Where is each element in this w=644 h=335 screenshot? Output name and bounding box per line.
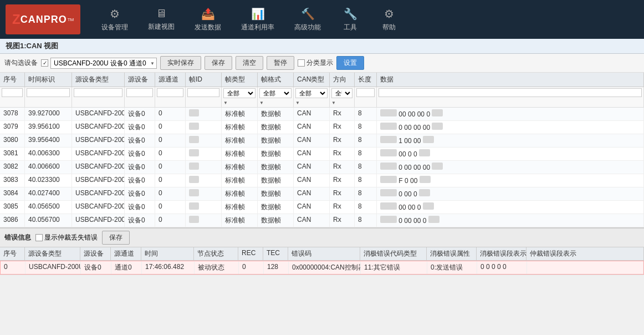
td-len: 8 [355, 148, 377, 160]
td-can-type: CAN [294, 214, 330, 227]
table-row[interactable]: 3082 40.006600 USBCANFD-200U 设备0 0 标准帧 数… [0, 161, 644, 174]
filter-frame-fmt-select[interactable]: 全部 [259, 88, 292, 98]
td-seq: 3083 [0, 174, 25, 187]
td-frame-fmt: 数据帧 [258, 201, 294, 214]
table-row[interactable]: 3081 40.006300 USBCANFD-200U 设备0 0 标准帧 数… [0, 148, 644, 161]
td-src-type: USBCANFD-200U [72, 161, 125, 174]
td-src-dev: 设备0 [125, 214, 155, 227]
td-frame-fmt: 数据帧 [258, 108, 294, 120]
td-time: 40.023300 [25, 174, 72, 187]
td-len: 8 [355, 214, 377, 227]
clear-button[interactable]: 清空 [236, 56, 263, 70]
table-row[interactable]: 3085 40.056500 USBCANFD-200U 设备0 0 标准帧 数… [0, 201, 644, 214]
eth-time: 时间 [141, 247, 194, 260]
filter-src-dev-input[interactable] [126, 88, 153, 97]
pause-button[interactable]: 暂停 [267, 56, 294, 70]
advanced-icon: 🔨 [301, 7, 315, 21]
td-src-ch: 0 [155, 161, 186, 174]
filter-time-input[interactable] [27, 88, 70, 97]
filter-src-ch-input[interactable] [157, 88, 183, 97]
device-select[interactable]: USBCANFD-200U 设备0 通道0 [50, 58, 157, 69]
th-time: 时间标识 [25, 73, 72, 87]
nav-tools[interactable]: 🔧 工具 [331, 4, 370, 35]
nav-device-mgmt[interactable]: ⚙ 设备管理 [91, 4, 138, 35]
error-save-button[interactable]: 保存 [102, 231, 130, 245]
td-src-type: USBCANFD-200U [72, 108, 125, 120]
etd-arbshow [527, 261, 643, 274]
filter-row: 全部 ▼ 全部 ▼ 全部 ▼ 全部 ▼ [0, 87, 644, 108]
nav-help[interactable]: ⚙ 帮助 [370, 4, 408, 35]
td-frame-fmt: 数据帧 [258, 187, 294, 200]
td-dir: Rx [330, 174, 355, 187]
help-icon: ⚙ [384, 7, 394, 21]
td-src-type: USBCANFD-200U [72, 148, 125, 160]
filter-src-type-input[interactable] [74, 88, 122, 97]
filter-can-type-select[interactable]: 全部 [295, 88, 328, 98]
device-mgmt-icon: ⚙ [110, 7, 120, 21]
table-row[interactable]: 3080 39.956400 USBCANFD-200U 设备0 0 标准帧 数… [0, 134, 644, 148]
td-src-ch: 0 [155, 201, 186, 214]
select-device-label: 请勾选设备 [4, 58, 38, 68]
td-frame-fmt: 数据帧 [258, 134, 294, 147]
error-section: 错误信息 显示仲裁丢失错误 保存 序号 源设备类型 源设备 源通道 时间 节点状… [0, 227, 644, 275]
nav-new-view[interactable]: 🖥 新建视图 [138, 4, 185, 35]
nav-send-data[interactable]: 📤 发送数据 [185, 4, 231, 35]
nav-advanced[interactable]: 🔨 高级功能 [284, 4, 331, 35]
etd-ch: 通道0 [111, 261, 142, 274]
filter-len-input[interactable] [356, 88, 375, 97]
td-src-dev: 设备0 [125, 161, 155, 174]
new-view-icon: 🖥 [156, 7, 167, 20]
td-src-type: USBCANFD-200U [72, 134, 125, 147]
td-data: 0 00 00 00 [377, 121, 644, 134]
td-can-type: CAN [294, 174, 330, 187]
td-frame-id [186, 174, 222, 187]
filter-time [25, 87, 72, 107]
td-can-type: CAN [294, 201, 330, 214]
filter-src-ch [155, 87, 186, 107]
td-frame-type: 标准帧 [222, 121, 258, 134]
device-checkbox[interactable] [41, 59, 48, 67]
settings-button[interactable]: 设置 [336, 56, 364, 70]
nav-send-data-label: 发送数据 [195, 23, 221, 32]
table-row[interactable]: 3086 40.056700 USBCANFD-200U 设备0 0 标准帧 数… [0, 214, 644, 227]
table-row[interactable]: 3079 39.956100 USBCANFD-200U 设备0 0 标准帧 数… [0, 121, 644, 134]
th-frame-id: 帧ID [186, 73, 222, 87]
td-data: 00 0 0 [377, 148, 644, 160]
filter-frame-type-select[interactable]: 全部 [223, 88, 255, 98]
td-frame-type: 标准帧 [222, 108, 258, 120]
td-src-type: USBCANFD-200U [72, 214, 125, 227]
filter-seq-input[interactable] [2, 88, 23, 97]
filter-dir-select[interactable]: 全部 [331, 88, 352, 98]
td-src-type: USBCANFD-200U [72, 201, 125, 214]
show-lost-checkbox[interactable] [35, 234, 43, 241]
td-src-ch: 0 [155, 121, 186, 134]
app-logo: Z CANPRO TM [6, 4, 80, 34]
td-seq: 3078 [0, 108, 25, 120]
table-row[interactable]: 3084 40.027400 USBCANFD-200U 设备0 0 标准帧 数… [0, 187, 644, 201]
eth-tec: TEC [263, 247, 288, 260]
table-row[interactable]: 3078 39.927000 USBCANFD-200U 设备0 0 标准帧 数… [0, 108, 644, 121]
filter-src-type [72, 87, 125, 107]
filter-len [355, 87, 377, 107]
save-button[interactable]: 保存 [205, 56, 232, 70]
td-frame-type: 标准帧 [222, 201, 258, 214]
filter-frame-id-input[interactable] [187, 88, 219, 97]
filter-data-input[interactable] [379, 88, 642, 97]
td-len: 8 [355, 134, 377, 147]
td-seq: 3085 [0, 201, 25, 214]
td-frame-fmt: 数据帧 [258, 174, 294, 187]
td-src-ch: 0 [155, 134, 186, 147]
table-row[interactable]: 3083 40.023300 USBCANFD-200U 设备0 0 标准帧 数… [0, 174, 644, 187]
eth-node: 节点状态 [194, 247, 238, 260]
eth-src: 源设备类型 [25, 247, 80, 260]
classify-checkbox[interactable] [298, 59, 305, 67]
realtime-save-button[interactable]: 实时保存 [160, 56, 201, 70]
etd-src: USBCANFD-200U [25, 261, 81, 274]
logo-tm: TM [68, 17, 74, 22]
filter-frame-id [186, 87, 222, 107]
table-header: 序号 时间标识 源设备类型 源设备 源通道 帧ID 帧类型 帧格式 CAN类型 … [0, 73, 644, 87]
error-table-row[interactable]: 0 USBCANFD-200U 设备0 通道0 17:46:06.482 被动状… [0, 261, 644, 275]
td-data: 00 00 00 0 [377, 108, 644, 120]
nav-channel-rate[interactable]: 📊 通道利用率 [231, 4, 284, 35]
etd-errcode: 0x00000004:CAN控制器消极错误 [289, 261, 361, 274]
